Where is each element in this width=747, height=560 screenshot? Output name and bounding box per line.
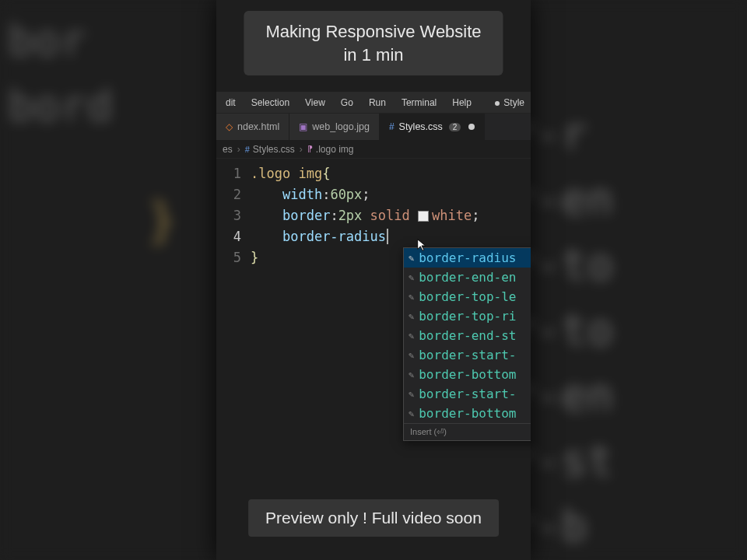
property-icon: ✎ (409, 292, 414, 303)
suggest-hint: Insert (⏎) (404, 423, 531, 440)
suggest-label: border-start- (419, 387, 516, 401)
suggest-item[interactable]: ✎border-end-en (404, 268, 531, 287)
overlay-text: in 1 min (343, 45, 403, 65)
breadcrumb-segment[interactable]: es (223, 144, 233, 155)
tab-bar: ◇ ndex.html ▣ web_logo.jpg # Styles.css … (216, 114, 531, 140)
property-icon: ✎ (409, 331, 414, 341)
menu-selection[interactable]: Selection (245, 96, 296, 110)
line-number: 4 (216, 226, 241, 247)
suggest-item[interactable]: ✎border-radius (404, 248, 531, 268)
menu-go[interactable]: Go (335, 96, 359, 110)
tab-styles-css[interactable]: # Styles.css 2 (380, 114, 486, 140)
menu-help[interactable]: Help (446, 96, 478, 110)
breadcrumb[interactable]: es › # Styles.css › ⁋ .logo img (216, 140, 531, 159)
image-file-icon: ▣ (299, 121, 307, 132)
css-rule-icon: ⁋ (307, 144, 313, 154)
overlay-text: Making Responsive Website (265, 22, 481, 41)
line-number: 5 (216, 247, 241, 268)
css-file-icon: # (245, 145, 250, 154)
color-swatch-icon (418, 211, 429, 222)
property-icon: ✎ (409, 253, 414, 264)
tab-label: ndex.html (237, 121, 279, 132)
css-file-icon: # (389, 121, 395, 132)
suggest-label: border-top-ri (419, 309, 516, 324)
autocomplete-popup[interactable]: ✎border-radius ✎border-end-en ✎border-to… (403, 247, 531, 441)
html-file-icon: ◇ (226, 121, 233, 132)
breadcrumb-segment[interactable]: .logo img (316, 144, 354, 155)
suggest-label: border-bottom (419, 367, 516, 382)
suggest-item[interactable]: ✎border-bottom (404, 404, 531, 423)
line-number: 1 (216, 163, 241, 184)
property-icon: ✎ (409, 369, 414, 380)
video-caption-overlay: Preview only ! Full video soon (248, 499, 499, 537)
property-icon: ✎ (409, 272, 414, 283)
suggest-item[interactable]: ✎border-top-ri (404, 306, 531, 326)
suggest-item[interactable]: ✎border-start- (404, 345, 531, 365)
property-icon: ✎ (409, 389, 414, 400)
menu-edit[interactable]: dit (219, 96, 242, 110)
suggest-label: border-start- (419, 348, 516, 362)
tab-problems-count: 2 (449, 123, 461, 131)
property-icon: ✎ (409, 311, 414, 322)
breadcrumb-segment[interactable]: Styles.css (253, 144, 295, 155)
suggest-item[interactable]: ✎border-end-st (404, 326, 531, 345)
suggest-item[interactable]: ✎border-bottom (404, 365, 531, 384)
suggest-label: border-bottom (419, 406, 516, 421)
tab-web-logo[interactable]: ▣ web_logo.jpg (289, 114, 380, 140)
property-icon: ✎ (409, 350, 414, 361)
window-title: Style (495, 97, 528, 108)
editor-window: dit Selection View Go Run Terminal Help … (216, 0, 531, 560)
menu-run[interactable]: Run (363, 96, 392, 110)
suggest-label: border-top-le (419, 289, 516, 304)
menu-bar: dit Selection View Go Run Terminal Help … (216, 92, 531, 114)
menu-terminal[interactable]: Terminal (395, 96, 443, 110)
suggest-label: border-end-en (419, 270, 516, 285)
tab-label: Styles.css (399, 121, 443, 132)
menu-view[interactable]: View (299, 96, 331, 110)
suggest-label: border-radius (419, 250, 516, 265)
property-icon: ✎ (409, 408, 414, 419)
video-title-overlay: Making Responsive Website in 1 min (244, 11, 503, 75)
overlay-text: Preview only ! Full video soon (265, 509, 482, 527)
suggest-item[interactable]: ✎border-start- (404, 384, 531, 404)
tab-index-html[interactable]: ◇ ndex.html (216, 114, 289, 140)
suggest-item[interactable]: ✎border-top-le (404, 287, 531, 306)
tab-label: web_logo.jpg (312, 121, 370, 132)
line-number: 3 (216, 205, 241, 226)
line-number: 2 (216, 184, 241, 205)
modified-dot-icon (468, 124, 475, 130)
suggest-label: border-end-st (419, 328, 516, 343)
chevron-right-icon: › (300, 144, 303, 155)
chevron-right-icon: › (237, 144, 240, 155)
line-number-gutter: 1 2 3 4 5 (216, 159, 251, 560)
text-cursor (387, 229, 388, 244)
